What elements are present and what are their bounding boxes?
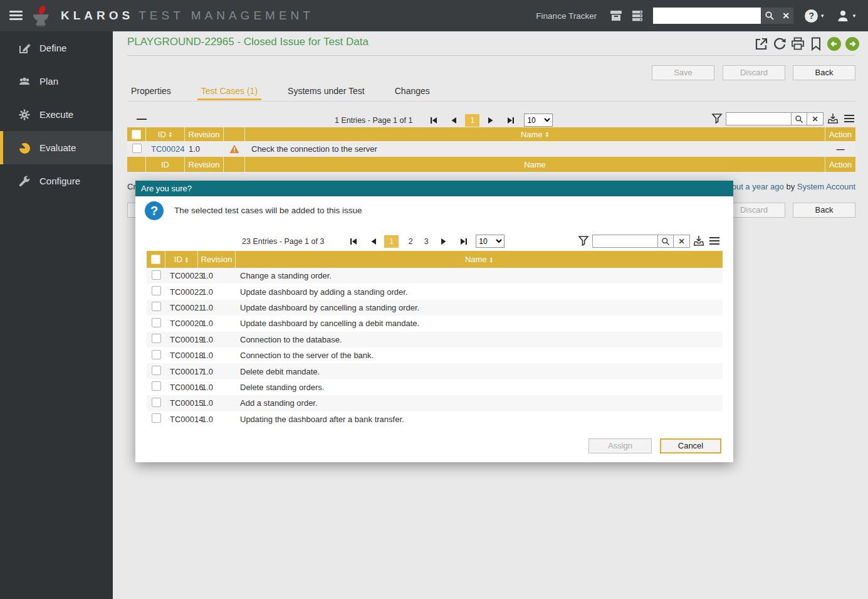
main-table-search: ✕: [726, 112, 824, 125]
column-header-id[interactable]: ID▲▼: [146, 127, 185, 141]
revision-cell: 1.0: [198, 398, 236, 408]
row-checkbox[interactable]: [152, 350, 161, 359]
page-number-active[interactable]: 1: [465, 114, 479, 127]
sidebar-item-plan[interactable]: Plan: [0, 65, 113, 98]
name-cell: Change a standing order.: [236, 271, 723, 280]
row-checkbox[interactable]: [152, 286, 161, 295]
tab-properties[interactable]: Properties: [127, 85, 175, 100]
id-cell: TC00014: [165, 415, 198, 424]
dialog-select-all-checkbox[interactable]: [151, 255, 160, 264]
next-page-icon[interactable]: [486, 116, 495, 125]
user-menu[interactable]: ▼: [836, 9, 857, 23]
sidebar-item-label: Configure: [39, 176, 80, 186]
back-button[interactable]: Back: [793, 65, 855, 80]
revision-cell: 1.0: [198, 367, 236, 376]
app-title: KLAROSTEST MANAGEMENT: [61, 9, 314, 23]
row-checkbox[interactable]: [132, 144, 142, 153]
created-by-link[interactable]: System Account: [797, 182, 855, 191]
column-header-name[interactable]: Name▲▼: [236, 251, 723, 268]
row-checkbox[interactable]: [152, 381, 161, 391]
page-size-select[interactable]: 10: [524, 114, 553, 127]
sort-icon: ▲▼: [169, 131, 172, 137]
sidebar-item-execute[interactable]: Execute: [0, 98, 113, 131]
column-header-name[interactable]: Name▲▼: [245, 127, 825, 141]
table-search-input[interactable]: [726, 112, 791, 125]
dialog-search-input[interactable]: [592, 235, 657, 248]
row-checkbox[interactable]: [152, 398, 161, 407]
remove-row-icon[interactable]: —: [825, 144, 855, 154]
row-checkbox[interactable]: [152, 334, 161, 343]
next-page-icon[interactable]: [439, 237, 448, 246]
refresh-icon[interactable]: [772, 36, 787, 51]
next-item-icon[interactable]: [845, 36, 860, 51]
row-checkbox[interactable]: [152, 302, 161, 311]
page-number-2[interactable]: 2: [406, 235, 415, 248]
table-row: TC000171.0Delete debit mandate.: [147, 363, 723, 379]
global-search-input[interactable]: [653, 8, 761, 24]
column-header-id[interactable]: ID▲▼: [165, 251, 198, 268]
row-checkbox[interactable]: [152, 270, 161, 280]
project-name-link[interactable]: Finance Tracker: [536, 11, 597, 21]
table-row: TC000221.0Update dashboard by adding a s…: [147, 284, 723, 299]
last-page-icon[interactable]: [506, 116, 515, 125]
sidebar-item-evaluate[interactable]: Evaluate: [0, 131, 113, 164]
row-checkbox[interactable]: [152, 318, 161, 327]
dialog-pagination-text: 23 Entries - Page 1 of 3: [242, 237, 324, 246]
assign-button[interactable]: Assign: [588, 438, 652, 453]
brand-primary: KLAROS: [61, 9, 133, 22]
cancel-button[interactable]: Cancel: [660, 438, 721, 453]
test-environment-icon[interactable]: [630, 9, 644, 23]
test-case-name-cell: Check the connection to the server: [245, 144, 825, 154]
last-page-icon[interactable]: [459, 237, 468, 246]
table-menu-icon[interactable]: [709, 236, 720, 246]
dialog-search-icon[interactable]: [657, 235, 674, 248]
tab-systems-under-test[interactable]: Systems under Test: [284, 85, 369, 100]
page-number-3[interactable]: 3: [422, 235, 431, 248]
column-header-revision[interactable]: Revision: [185, 127, 224, 141]
dialog-search-clear-icon[interactable]: ✕: [674, 235, 690, 248]
column-header-revision[interactable]: Revision: [198, 251, 236, 268]
clear-search-icon[interactable]: ✕: [782, 11, 790, 20]
row-checkbox[interactable]: [152, 413, 161, 423]
filter-icon[interactable]: [578, 235, 589, 246]
export-icon[interactable]: [827, 113, 839, 124]
search-icon[interactable]: [765, 11, 775, 21]
previous-item-icon[interactable]: [827, 36, 842, 51]
sort-icon: ▲▼: [545, 131, 549, 137]
name-cell: Connection to the database.: [236, 335, 723, 344]
menu-icon[interactable]: [9, 11, 23, 22]
dialog-page-size-select[interactable]: 10: [476, 235, 505, 248]
help-menu[interactable]: ? ▼: [805, 9, 825, 23]
previous-page-icon[interactable]: [369, 237, 378, 246]
select-all-checkbox[interactable]: [132, 130, 141, 139]
tab-test-cases[interactable]: Test Cases (1): [197, 85, 261, 100]
tab-changes[interactable]: Changes: [391, 85, 434, 100]
edit-icon: [18, 42, 31, 55]
save-button[interactable]: Save: [652, 65, 714, 80]
page-number-active[interactable]: 1: [384, 235, 399, 248]
table-menu-icon[interactable]: [844, 114, 855, 124]
table-search-clear-icon[interactable]: ✕: [807, 112, 824, 125]
revision-cell: 1.0: [198, 319, 236, 328]
first-page-icon[interactable]: [349, 237, 358, 246]
previous-page-icon[interactable]: [449, 116, 458, 125]
collapse-table-icon[interactable]: —: [137, 114, 147, 124]
revision-cell: 1.0: [198, 303, 236, 312]
id-cell: TC00018: [165, 351, 198, 360]
row-checkbox[interactable]: [152, 366, 161, 375]
print-icon[interactable]: [790, 36, 805, 51]
archive-icon[interactable]: [609, 9, 623, 23]
name-cell: Connection to the server of the bank.: [236, 351, 723, 360]
export-icon[interactable]: [693, 235, 704, 246]
bookmark-icon[interactable]: [808, 36, 824, 51]
back-button-bottom[interactable]: Back: [793, 203, 855, 218]
sidebar-item-define[interactable]: Define: [0, 31, 113, 65]
discard-button[interactable]: Discard: [723, 65, 785, 80]
first-page-icon[interactable]: [429, 116, 438, 125]
sidebar-item-configure[interactable]: Configure: [0, 164, 113, 198]
sidebar-item-label: Plan: [39, 76, 58, 87]
test-case-id-link[interactable]: TC00024: [151, 144, 184, 154]
table-search-icon[interactable]: [791, 112, 807, 125]
open-external-icon[interactable]: [754, 36, 769, 51]
filter-icon[interactable]: [711, 113, 723, 124]
